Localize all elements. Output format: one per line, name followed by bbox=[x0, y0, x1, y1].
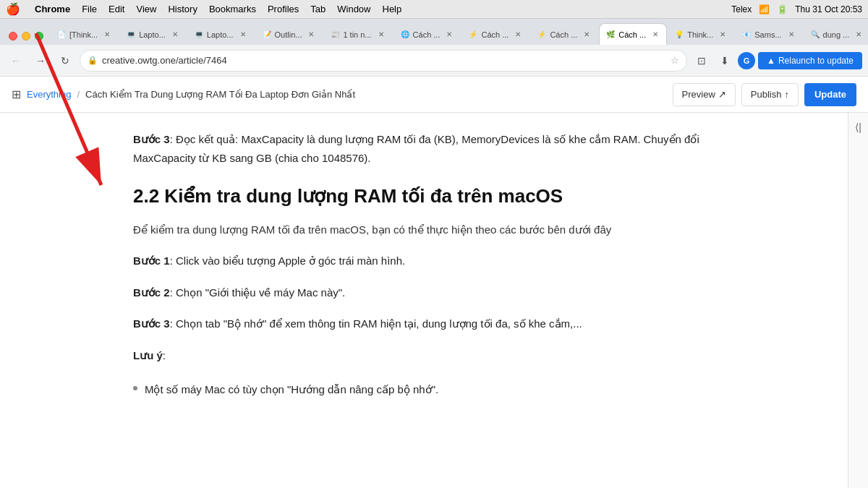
tab-label-1: [Think... bbox=[69, 30, 98, 39]
tab-close-5[interactable]: ✕ bbox=[376, 30, 386, 40]
menubar-bookmarks[interactable]: Bookmarks bbox=[209, 4, 256, 14]
forward-button[interactable]: → bbox=[30, 51, 51, 71]
url-text: creative.owtg.one/article/7464 bbox=[102, 55, 666, 66]
tab-label-8: Cách ... bbox=[550, 30, 577, 39]
tab-close-9[interactable]: ✕ bbox=[650, 30, 660, 40]
close-button[interactable] bbox=[9, 32, 17, 40]
breadcrumb-separator: / bbox=[77, 89, 80, 100]
tab-favicon-8: ⚡ bbox=[537, 30, 547, 40]
browser-tab-5[interactable]: 📰 1 tin n... ✕ bbox=[323, 23, 392, 45]
menubar-edit[interactable]: Edit bbox=[109, 4, 124, 14]
browser-tab-1[interactable]: 📄 [Think... ✕ bbox=[50, 23, 119, 45]
menubar-history[interactable]: History bbox=[168, 4, 197, 14]
menubar-help[interactable]: Help bbox=[383, 4, 402, 14]
update-label: Update bbox=[814, 89, 846, 100]
back-button[interactable]: ← bbox=[6, 51, 26, 71]
tab-close-2[interactable]: ✕ bbox=[170, 30, 180, 40]
relaunch-button[interactable]: ▲ Relaunch to update bbox=[758, 52, 862, 69]
menubar-tab[interactable]: Tab bbox=[310, 4, 326, 14]
browser-tab-2[interactable]: 💻 Lapto... ✕ bbox=[119, 23, 187, 45]
section-heading-22: 2.2 Kiểm tra dung lượng RAM tối đa trên … bbox=[133, 184, 715, 209]
tab-label-9: Cách ... bbox=[618, 30, 646, 39]
browser-tab-11[interactable]: 📧 Sams... ✕ bbox=[735, 23, 802, 45]
preview-label: Preview bbox=[682, 89, 715, 100]
browser-tab-9[interactable]: 🌿 Cách ... ✕ bbox=[599, 23, 667, 45]
menubar-right: Telex 📶 🔋 Thu 31 Oct 20:53 bbox=[731, 4, 862, 14]
tab-favicon-6: 🌐 bbox=[400, 30, 410, 40]
buoc2-content: : Chọn "Giới thiệu về máy Mac này". bbox=[170, 286, 346, 299]
breadcrumb-home[interactable]: Everything bbox=[27, 89, 71, 100]
tab-favicon-9: 🌿 bbox=[605, 30, 616, 40]
download-icon[interactable]: ⬇ bbox=[715, 51, 735, 71]
menubar: 🍎 Chrome File Edit View History Bookmark… bbox=[0, 0, 868, 19]
tab-close-1[interactable]: ✕ bbox=[102, 30, 112, 40]
breadcrumb: ⊞ Everything / Cách Kiểm Tra Dung Lượng … bbox=[12, 87, 664, 101]
preview-button[interactable]: Preview ↗ bbox=[673, 83, 736, 106]
browser-tab-8[interactable]: ⚡ Cách ... ✕ bbox=[530, 23, 598, 45]
tab-close-11[interactable]: ✕ bbox=[786, 30, 796, 40]
browser-tab-3[interactable]: 💻 Lapto... ✕ bbox=[187, 23, 255, 45]
buoc1-paragraph: Bước 1: Click vào biểu tượng Apple ở góc… bbox=[133, 252, 715, 270]
tab-favicon-1: 📄 bbox=[56, 30, 67, 40]
browser-tab-6[interactable]: 🌐 Cách ... ✕ bbox=[393, 23, 461, 45]
relaunch-icon: ▲ bbox=[767, 56, 775, 66]
tab-label-11: Sams... bbox=[754, 30, 781, 39]
tab-favicon-4: 📝 bbox=[262, 30, 272, 40]
note-colon: : bbox=[163, 349, 166, 361]
buoc2-paragraph: Bước 2: Chọn "Giới thiệu về máy Mac này"… bbox=[133, 283, 715, 302]
browser-tab-4[interactable]: 📝 Outlin... ✕ bbox=[255, 23, 323, 45]
tab-close-6[interactable]: ✕ bbox=[444, 30, 454, 40]
buoc3-label: Bước 3 bbox=[133, 317, 170, 330]
tab-favicon-7: ⚡ bbox=[468, 30, 478, 40]
tab-close-10[interactable]: ✕ bbox=[718, 30, 728, 40]
minimize-button[interactable] bbox=[22, 32, 30, 40]
battery-icon: 🔋 bbox=[777, 4, 788, 14]
browser-tab-10[interactable]: 💡 Think... ✕ bbox=[668, 23, 734, 45]
note-label: Lưu ý bbox=[133, 349, 163, 361]
publish-button[interactable]: Publish ↑ bbox=[741, 83, 799, 106]
menubar-profiles[interactable]: Profiles bbox=[268, 4, 299, 14]
menubar-chrome[interactable]: Chrome bbox=[35, 4, 70, 14]
page-header: ⊞ Everything / Cách Kiểm Tra Dung Lượng … bbox=[0, 77, 868, 113]
tab-favicon-11: 📧 bbox=[741, 30, 752, 40]
header-actions: Preview ↗ Publish ↑ Update bbox=[673, 83, 856, 106]
buoc1-content: : Click vào biểu tượng Apple ở góc trái … bbox=[170, 254, 406, 267]
bullet-item-1: Một số máy Mac có tùy chọn "Hướng dẫn nâ… bbox=[145, 380, 438, 399]
publish-icon: ↑ bbox=[784, 89, 789, 100]
tab-close-7[interactable]: ✕ bbox=[513, 30, 523, 40]
tabbar: 📄 [Think... ✕ 💻 Lapto... ✕ 💻 Lapto... ✕ … bbox=[0, 19, 868, 45]
buoc2-label: Bước 2 bbox=[133, 286, 170, 299]
profile-avatar[interactable]: G bbox=[738, 52, 755, 69]
tab-close-4[interactable]: ✕ bbox=[306, 30, 316, 40]
tab-label-7: Cách ... bbox=[481, 30, 509, 39]
tab-favicon-5: 📰 bbox=[330, 30, 340, 40]
bookmark-icon[interactable]: ☆ bbox=[671, 55, 679, 66]
address-bar[interactable]: 🔒 creative.owtg.one/article/7464 ☆ bbox=[80, 50, 687, 72]
telex-indicator: Telex bbox=[731, 4, 752, 14]
reload-button[interactable]: ↻ bbox=[55, 51, 75, 71]
maximize-button[interactable] bbox=[35, 32, 43, 40]
menubar-file[interactable]: File bbox=[82, 4, 97, 14]
wifi-icon: 📶 bbox=[759, 4, 770, 14]
tab-label-3: Lapto... bbox=[207, 30, 234, 39]
browser-tab-7[interactable]: ⚡ Cách ... ✕ bbox=[461, 23, 529, 45]
tab-favicon-12: 🔍 bbox=[810, 30, 820, 40]
update-button[interactable]: Update bbox=[804, 83, 856, 106]
tab-favicon-10: 💡 bbox=[674, 30, 684, 40]
step3-label: Bước 3 bbox=[133, 133, 170, 145]
browser-tab-12[interactable]: 🔍 dung ... ✕ bbox=[804, 23, 868, 45]
cast-icon[interactable]: ⊡ bbox=[692, 51, 712, 71]
menubar-window[interactable]: Window bbox=[337, 4, 370, 14]
tab-close-8[interactable]: ✕ bbox=[582, 30, 592, 40]
tab-label-4: Outlin... bbox=[275, 30, 302, 39]
bullet-list: Một số máy Mac có tùy chọn "Hướng dẫn nâ… bbox=[133, 377, 715, 402]
menubar-view[interactable]: View bbox=[136, 4, 156, 14]
tab-label-6: Cách ... bbox=[413, 30, 441, 39]
main-wrapper: ⊞ Everything / Cách Kiểm Tra Dung Lượng … bbox=[0, 77, 868, 488]
tab-label-10: Think... bbox=[687, 30, 713, 39]
sidebar-toggle-button[interactable]: ⟨| bbox=[848, 113, 868, 488]
tab-label-12: dung ... bbox=[823, 30, 850, 39]
article-body: Bước 3: Đọc kết quả: MaxCapacity là dung… bbox=[98, 113, 749, 488]
tab-close-3[interactable]: ✕ bbox=[238, 30, 248, 40]
tab-close-12[interactable]: ✕ bbox=[854, 30, 864, 40]
